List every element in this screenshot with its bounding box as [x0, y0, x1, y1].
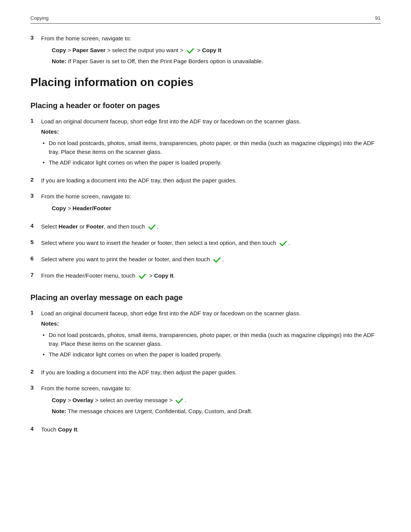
s1-step5-content: Select where you want to insert the head…: [41, 239, 381, 249]
list-item: The ADF indicator light comes on when th…: [41, 350, 381, 359]
s1-step6-block: 6 Select where you want to print the hea…: [30, 255, 381, 265]
s1-step6-text: Select where you want to print the heade…: [41, 255, 381, 264]
checkmark-icon-2: [148, 223, 156, 231]
s2-step3-text: From the home screen, navigate to:: [41, 384, 381, 393]
s1-step3-content: From the home screen, navigate to: Copy …: [41, 192, 381, 216]
s2-step3-number: 3: [30, 384, 37, 391]
header-chapter: Copying: [30, 15, 49, 21]
s2-step3-nav: Copy > Overlay > select an overlay messa…: [52, 396, 381, 405]
s1-step7-after: .: [174, 272, 175, 279]
s1-step2-text: If you are loading a document into the A…: [41, 176, 381, 185]
s2-step3-content: From the home screen, navigate to: Copy …: [41, 384, 381, 419]
s2-step1-notes: Notes: Do not load postcards, photos, sm…: [41, 320, 381, 359]
list-item: Do not load postcards, photos, small ite…: [41, 331, 381, 348]
s1-step3-text: From the home screen, navigate to:: [41, 192, 381, 201]
s2-step3-block: 3 From the home screen, navigate to: Cop…: [30, 384, 381, 419]
s1-step6-content: Select where you want to print the heade…: [41, 255, 381, 265]
s2-step4-copy-it: Copy It: [58, 426, 77, 433]
s1-step4-text: Select Header or Footer, and then touch …: [41, 222, 381, 231]
top-note-label: Note:: [52, 58, 66, 64]
list-item: Do not load postcards, photos, small ite…: [41, 139, 381, 156]
s1-nav-sep: >: [66, 205, 73, 211]
top-step3-nav-block: Copy > Paper Saver > select the output y…: [52, 46, 381, 66]
s2-step4-after: .: [77, 426, 79, 433]
s2-nav-overlay: Overlay: [73, 397, 94, 403]
s2-step1-block: 1 Load an original document faceup, shor…: [30, 309, 381, 362]
s1-step1-block: 1 Load an original document faceup, shor…: [30, 117, 381, 170]
s1-step7-block: 7 From the Header/Footer menu, touch > C…: [30, 272, 381, 282]
nav-middle: > select the output you want >: [105, 47, 185, 53]
s2-nav-sep1: >: [66, 397, 73, 403]
top-step3-content: From the home screen, navigate to: Copy …: [41, 34, 381, 69]
s1-step7-sep: >: [148, 272, 154, 279]
s2-step4-number: 4: [30, 425, 37, 432]
top-note-text: If Paper Saver is set to Off, then the P…: [66, 58, 263, 64]
s2-note-text: The message choices are Urgent, Confiden…: [66, 408, 252, 414]
s1-step5-text: Select where you want to insert the head…: [41, 239, 381, 248]
s1-step4-block: 4 Select Header or Footer, and then touc…: [30, 222, 381, 233]
nav-paper-saver: Paper Saver: [73, 47, 106, 53]
s2-step1-notes-heading: Notes:: [41, 320, 381, 328]
nav-sep1: >: [66, 47, 73, 53]
s2-step1-content: Load an original document faceup, short …: [41, 309, 381, 362]
s1-step3-nav-block: Copy > Header/Footer: [52, 204, 381, 213]
s2-step2-number: 2: [30, 368, 37, 375]
s2-step4-block: 4 Touch Copy It.: [30, 425, 381, 436]
s2-nav-middle: > select an overlay message >: [94, 397, 174, 403]
s2-step1-bullet-list: Do not load postcards, photos, small ite…: [41, 331, 381, 359]
main-section-title: Placing information on copies: [30, 75, 381, 89]
s1-step7-before: From the Header/Footer menu, touch: [41, 272, 135, 279]
checkmark-icon-4: [213, 256, 221, 264]
nav-copy-it: Copy It: [202, 47, 221, 53]
s1-step5-number: 5: [30, 239, 37, 245]
s1-step1-bullet-list: Do not load postcards, photos, small ite…: [41, 139, 381, 167]
s1-step3-nav: Copy > Header/Footer: [52, 204, 381, 213]
s1-step4-before: Select: [41, 223, 59, 230]
section1-title: Placing a header or footer on pages: [30, 101, 381, 110]
s1-step4-number: 4: [30, 222, 37, 229]
s1-step1-number: 1: [30, 117, 37, 124]
nav-sep2: >: [196, 47, 202, 53]
s1-step7-number: 7: [30, 272, 37, 278]
top-step3-number: 3: [30, 34, 37, 41]
s1-nav-copy: Copy: [52, 205, 66, 211]
top-step3-block: 3 From the home screen, navigate to: Cop…: [30, 34, 381, 69]
s1-step1-notes-heading: Notes:: [41, 128, 381, 136]
s1-step7-text: From the Header/Footer menu, touch > Cop…: [41, 272, 381, 280]
s1-step4-footer: Footer: [86, 223, 104, 230]
s1-step3-block: 3 From the home screen, navigate to: Cop…: [30, 192, 381, 216]
s1-step5-text-content: Select where you want to insert the head…: [41, 240, 276, 246]
s2-step2-block: 2 If you are loading a document into the…: [30, 368, 381, 379]
s1-step6-text-content: Select where you want to print the heade…: [41, 256, 210, 262]
s1-step3-number: 3: [30, 192, 37, 199]
s1-step2-block: 2 If you are loading a document into the…: [30, 176, 381, 187]
s1-step6-number: 6: [30, 255, 37, 262]
s2-step3-note: Note: The message choices are Urgent, Co…: [52, 407, 381, 416]
checkmark-icon-3: [279, 239, 287, 248]
s1-step1-content: Load an original document faceup, short …: [41, 117, 381, 170]
s2-step2-text: If you are loading a document into the A…: [41, 368, 381, 377]
s1-step7-copy-it: Copy It: [154, 272, 174, 279]
header-page-number: 91: [375, 15, 381, 21]
top-step3-intro: From the home screen, navigate to:: [41, 34, 381, 43]
checkmark-icon-1: [186, 46, 194, 55]
s1-step7-content: From the Header/Footer menu, touch > Cop…: [41, 272, 381, 282]
s2-step2-content: If you are loading a document into the A…: [41, 368, 381, 379]
s2-note-label: Note:: [52, 408, 66, 414]
page: Copying 91 3 From the home screen, navig…: [0, 0, 411, 532]
list-item: The ADF indicator light comes on when th…: [41, 158, 381, 167]
section2-title: Placing an overlay message on each page: [30, 292, 381, 302]
s2-step3-nav-block: Copy > Overlay > select an overlay messa…: [52, 396, 381, 416]
s2-step1-text: Load an original document faceup, short …: [41, 309, 381, 318]
s1-step5-block: 5 Select where you want to insert the he…: [30, 239, 381, 249]
s1-step2-number: 2: [30, 176, 37, 183]
header-bar: Copying 91: [30, 15, 381, 24]
s2-step4-before: Touch: [41, 426, 58, 433]
s1-step1-notes: Notes: Do not load postcards, photos, sm…: [41, 128, 381, 167]
s1-step4-or: or: [78, 223, 86, 230]
s1-step4-header: Header: [59, 223, 78, 230]
s1-step1-text: Load an original document faceup, short …: [41, 117, 381, 126]
s2-step4-content: Touch Copy It.: [41, 425, 381, 436]
nav-copy-label: Copy: [52, 47, 66, 53]
s2-step4-text: Touch Copy It.: [41, 425, 381, 434]
